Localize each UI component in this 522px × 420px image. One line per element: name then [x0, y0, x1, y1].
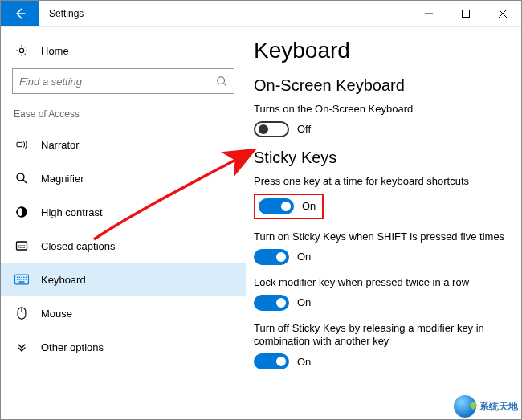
svg-point-21	[26, 276, 27, 278]
globe-icon	[454, 395, 476, 418]
gear-icon	[14, 44, 30, 57]
main-content: Keyboard On-Screen Keyboard Turns on the…	[246, 27, 521, 419]
section-osk-heading: On-Screen Keyboard	[254, 76, 507, 95]
minimize-icon	[425, 10, 433, 18]
svg-point-24	[21, 279, 22, 280]
svg-rect-27	[18, 281, 24, 283]
sidebar-item-label: Closed captions	[41, 240, 116, 252]
page-title: Keyboard	[254, 38, 507, 63]
sidebar-item-label: Mouse	[41, 308, 72, 320]
svg-rect-1	[463, 10, 470, 17]
svg-point-18	[18, 276, 20, 278]
close-button[interactable]	[484, 1, 521, 26]
toggle-sticky-keys[interactable]	[259, 198, 294, 214]
setting-desc: Turn on Sticky Keys when SHIFT is presse…	[254, 230, 507, 244]
mouse-icon	[14, 307, 30, 320]
setting-sticky-lock: Lock modifier key when pressed twice in …	[254, 276, 507, 311]
search-icon	[216, 75, 227, 87]
svg-text:CC: CC	[18, 244, 26, 249]
close-icon	[499, 10, 507, 18]
maximize-icon	[462, 10, 470, 18]
sidebar-item-label: Keyboard	[41, 274, 86, 286]
sidebar-item-mouse[interactable]: Mouse	[1, 296, 246, 330]
minimize-button[interactable]	[410, 1, 447, 26]
sidebar-item-label: Other options	[41, 341, 104, 353]
setting-desc: Turns on the On-Screen Keyboard	[254, 103, 507, 116]
toggle-sticky-lock[interactable]	[254, 295, 289, 311]
toggle-state-label: On	[297, 296, 311, 308]
toggle-sticky-release[interactable]	[254, 353, 289, 369]
sidebar-item-narrator[interactable]: Narrator	[1, 128, 246, 161]
setting-sticky-main: Press one key at a time for keyboard sho…	[254, 175, 507, 219]
svg-point-23	[18, 279, 20, 280]
setting-desc: Press one key at a time for keyboard sho…	[254, 175, 507, 189]
sidebar: Home Ease of Access Narrator	[1, 27, 246, 419]
svg-point-4	[218, 77, 225, 84]
setting-desc: Turn off Sticky Keys by releasing a modi…	[254, 322, 507, 349]
svg-line-5	[224, 84, 227, 87]
svg-point-22	[17, 279, 18, 280]
svg-line-8	[23, 180, 27, 183]
sidebar-item-other-options[interactable]: Other options	[1, 330, 246, 364]
magnifier-icon	[14, 172, 30, 185]
watermark-text: 系统天地	[479, 400, 518, 414]
cc-icon: CC	[14, 239, 30, 252]
setting-desc: Lock modifier key when pressed twice in …	[254, 276, 507, 290]
toggle-state-label: Off	[297, 123, 311, 135]
sidebar-item-magnifier[interactable]: Magnifier	[1, 161, 246, 195]
sidebar-item-label: Narrator	[41, 139, 80, 151]
search-input[interactable]	[19, 75, 216, 88]
search-box[interactable]	[12, 68, 234, 94]
contrast-icon	[14, 206, 30, 218]
sidebar-item-label: High contrast	[41, 206, 103, 218]
svg-rect-6	[17, 142, 22, 146]
annotation-highlight: On	[254, 194, 324, 219]
setting-sticky-shift: Turn on Sticky Keys when SHIFT is presse…	[254, 230, 507, 265]
keyboard-icon	[14, 273, 30, 286]
watermark: 系统天地	[454, 395, 518, 418]
svg-point-7	[17, 173, 24, 181]
home-link[interactable]: Home	[1, 39, 246, 68]
section-sticky-heading: Sticky Keys	[254, 149, 507, 167]
sidebar-item-high-contrast[interactable]: High contrast	[1, 195, 246, 229]
svg-point-17	[17, 276, 18, 278]
window-title: Settings	[39, 1, 93, 26]
sidebar-item-keyboard[interactable]: Keyboard	[1, 263, 246, 296]
sidebar-item-closed-captions[interactable]: CC Closed captions	[1, 229, 246, 263]
sidebar-group-label: Ease of Access	[1, 108, 246, 128]
toggle-sticky-shift[interactable]	[254, 249, 289, 265]
other-options-icon	[14, 340, 30, 353]
settings-window: Settings Home	[0, 0, 522, 420]
back-arrow-icon	[14, 7, 27, 20]
toggle-state-label: On	[302, 200, 316, 212]
sidebar-nav: Narrator Magnifier High contrast	[1, 128, 246, 364]
svg-point-20	[23, 276, 25, 278]
svg-point-26	[26, 279, 27, 280]
toggle-state-label: On	[297, 356, 311, 368]
setting-osk: Turns on the On-Screen Keyboard Off	[254, 103, 507, 137]
svg-point-19	[21, 276, 22, 278]
narrator-icon	[14, 138, 30, 151]
toggle-state-label: On	[297, 251, 311, 263]
svg-point-25	[23, 279, 25, 280]
sidebar-item-label: Magnifier	[41, 173, 84, 185]
back-button[interactable]	[1, 1, 39, 26]
maximize-button[interactable]	[447, 1, 484, 26]
setting-sticky-release: Turn off Sticky Keys by releasing a modi…	[254, 322, 507, 370]
home-label: Home	[41, 45, 69, 57]
window-controls	[410, 1, 521, 26]
toggle-osk[interactable]	[254, 121, 289, 137]
titlebar: Settings	[1, 1, 521, 27]
